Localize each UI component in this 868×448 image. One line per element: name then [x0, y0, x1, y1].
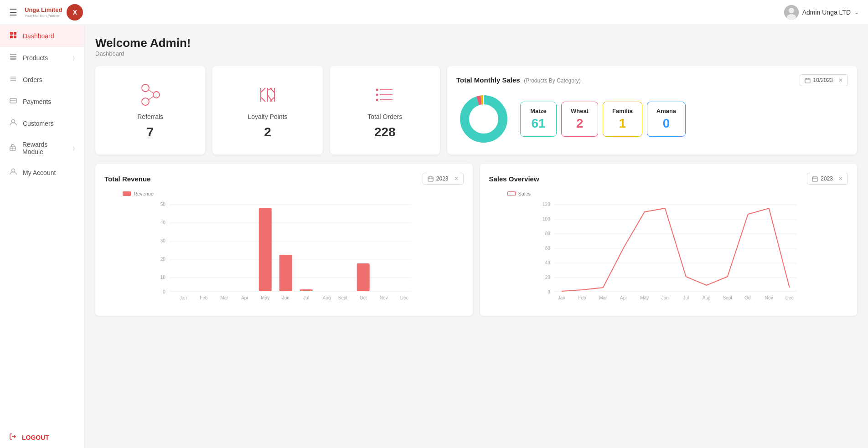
familia-value: 1	[612, 116, 633, 131]
svg-text:40: 40	[545, 260, 550, 265]
svg-point-2	[787, 14, 796, 20]
monthly-sales-date: 10/2023	[813, 77, 833, 83]
orders-label: Total Orders	[367, 113, 402, 120]
monthly-sales-date-filter[interactable]: 10/2023 ✕	[800, 74, 848, 86]
svg-text:Feb: Feb	[200, 295, 208, 300]
svg-line-32	[270, 88, 274, 93]
sales-overview-title: Sales Overview	[489, 175, 539, 183]
svg-text:Jan: Jan	[558, 295, 565, 300]
svg-text:Mar: Mar	[220, 295, 228, 300]
sidebar-label-customers: Customers	[23, 120, 54, 127]
admin-name: Admin Unga LTD	[802, 9, 851, 16]
clear-date-icon[interactable]: ✕	[838, 77, 843, 83]
svg-text:Jul: Jul	[683, 295, 689, 300]
svg-rect-7	[10, 54, 16, 55]
svg-text:Apr: Apr	[620, 295, 627, 300]
svg-rect-8	[10, 56, 16, 57]
svg-point-19	[12, 169, 15, 172]
sidebar-item-dashboard[interactable]: Dashboard	[0, 25, 84, 47]
revenue-legend-box	[123, 191, 131, 196]
stat-card-loyalty: Loyalty Points 2	[212, 66, 322, 154]
orders-value: 228	[374, 125, 396, 139]
svg-point-15	[12, 120, 15, 123]
maize-label: Maize	[530, 108, 547, 114]
page-title: Welcome Admin!	[95, 36, 857, 50]
svg-point-20	[142, 84, 149, 92]
svg-text:30: 30	[160, 238, 166, 243]
referrals-value: 7	[147, 125, 154, 139]
svg-text:Sept: Sept	[723, 295, 732, 300]
main-content: Welcome Admin! Dashboard	[84, 25, 868, 448]
loyalty-value: 2	[264, 125, 271, 139]
sales-line-chart: 120 100 80 60 40 20 0 Jan Feb Mar Apr Ma…	[489, 200, 848, 305]
account-icon	[9, 168, 17, 177]
svg-text:100: 100	[542, 216, 550, 221]
products-chevron-icon: 〉	[73, 55, 75, 61]
svg-text:50: 50	[160, 202, 166, 207]
sales-legend-label: Sales	[518, 191, 531, 196]
sidebar-label-products: Products	[23, 54, 48, 62]
cat-card-amana: Amana 0	[647, 102, 686, 137]
sidebar-item-payments[interactable]: Payments	[0, 91, 84, 113]
rewards-icon	[9, 144, 17, 153]
referrals-label: Referrals	[137, 113, 163, 120]
svg-line-23	[149, 90, 154, 93]
svg-text:Dec: Dec	[785, 295, 793, 300]
chevron-down-icon[interactable]: ⌄	[854, 9, 859, 15]
svg-point-38	[376, 99, 378, 101]
sales-overview-card: Sales Overview 2023 ✕ Sales	[480, 164, 858, 316]
svg-rect-40	[805, 78, 810, 83]
svg-text:Dec: Dec	[400, 295, 408, 300]
maize-value: 61	[530, 116, 547, 131]
svg-point-47	[470, 105, 497, 133]
sidebar-label-rewards: Rewards Module	[22, 141, 67, 155]
donut-chart	[456, 92, 511, 146]
sidebar-item-products[interactable]: Products 〉	[0, 47, 84, 69]
sales-clear-icon[interactable]: ✕	[838, 175, 843, 182]
sidebar-label-account: My Account	[23, 169, 56, 176]
svg-text:Jul: Jul	[303, 295, 309, 300]
svg-line-27	[261, 97, 265, 102]
svg-rect-9	[10, 58, 16, 60]
monthly-sales-title: Total Monthly Sales	[456, 76, 520, 84]
svg-rect-6	[14, 36, 16, 38]
stat-cards-group: Referrals 7	[95, 66, 440, 154]
sidebar-item-rewards[interactable]: Rewards Module 〉	[0, 134, 84, 162]
cat-card-familia: Familia 1	[603, 102, 642, 137]
svg-point-36	[376, 94, 378, 96]
svg-text:Sept: Sept	[338, 295, 347, 300]
revenue-date: 2023	[436, 175, 449, 182]
logo-icon: X	[67, 4, 83, 21]
monthly-sales-card: Total Monthly Sales (Products By Categor…	[447, 66, 857, 154]
amana-value: 0	[656, 116, 676, 131]
svg-text:Oct: Oct	[360, 295, 367, 300]
revenue-date-filter[interactable]: 2023 ✕	[423, 173, 464, 185]
products-icon	[9, 53, 17, 62]
svg-rect-69	[279, 255, 292, 291]
breadcrumb: Dashboard	[95, 50, 857, 57]
revenue-legend-label: Revenue	[134, 191, 154, 196]
cat-card-wheat: Wheat 2	[561, 102, 598, 137]
svg-rect-70	[300, 289, 313, 291]
svg-point-34	[376, 89, 378, 91]
sidebar-label-orders: Orders	[23, 76, 42, 83]
sales-date-filter[interactable]: 2023 ✕	[807, 173, 848, 185]
charts-section: Total Revenue 2023 ✕ Revenue	[95, 164, 857, 316]
category-cards: Maize 61 Wheat 2 Familia 1 Amana	[520, 102, 686, 137]
cat-card-maize: Maize 61	[520, 102, 557, 137]
dashboard-icon	[9, 31, 17, 41]
orders-icon	[372, 82, 398, 108]
sidebar-item-account[interactable]: My Account	[0, 162, 84, 184]
sidebar-item-orders[interactable]: Orders	[0, 69, 84, 91]
sales-date: 2023	[821, 175, 833, 182]
logout-button[interactable]: LOGOUT	[0, 427, 84, 448]
revenue-clear-icon[interactable]: ✕	[454, 175, 459, 182]
svg-rect-5	[10, 36, 13, 38]
svg-rect-73	[357, 263, 370, 291]
sidebar-item-customers[interactable]: Customers	[0, 113, 84, 134]
svg-rect-48	[428, 177, 433, 181]
sidebar-label-dashboard: Dashboard	[23, 32, 54, 40]
hamburger-menu[interactable]: ☰	[9, 7, 17, 18]
svg-point-22	[153, 92, 160, 98]
loyalty-label: Loyalty Points	[248, 113, 287, 120]
